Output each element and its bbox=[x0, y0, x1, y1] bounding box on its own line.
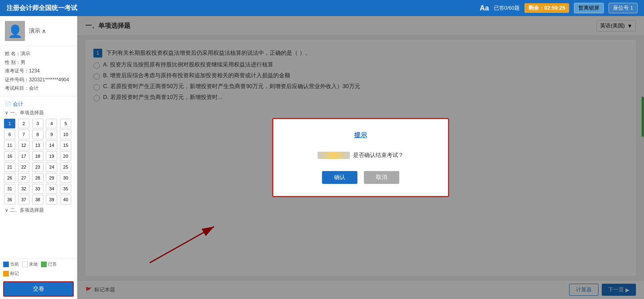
question-btn-12[interactable]: 12 bbox=[18, 140, 29, 150]
dialog-buttons: 确认 取消 bbox=[285, 171, 436, 184]
candidate-gender: 性 别：男 bbox=[5, 58, 72, 67]
answered-count: 已答0/60题 bbox=[494, 4, 520, 12]
question-btn-14[interactable]: 14 bbox=[46, 140, 57, 150]
question-btn-13[interactable]: 13 bbox=[32, 140, 43, 150]
dialog-title: 提示 bbox=[285, 131, 436, 140]
question-btn-18[interactable]: 18 bbox=[32, 151, 43, 161]
question-btn-16[interactable]: 16 bbox=[4, 151, 15, 161]
confirm-dialog: 提示 是否确认结束考试？ 确认 取消 bbox=[272, 118, 449, 197]
question-btn-1[interactable]: 1 bbox=[4, 119, 15, 128]
legend-answered: 已答 bbox=[41, 261, 57, 267]
question-btn-3[interactable]: 3 bbox=[32, 119, 43, 128]
content-area: 一、单项选择题 英语(美国) ▼ 1 下列有关长期股权投资权益法增资后仍采用权益… bbox=[77, 16, 644, 299]
timer-display: 剩余：02:59:25 bbox=[524, 3, 569, 13]
profile-section: 👤 演示 ∧ bbox=[0, 16, 77, 46]
legend-current-box bbox=[3, 262, 9, 267]
dialog-body: 是否确认结束考试？ bbox=[285, 152, 436, 159]
sidebar: 👤 演示 ∧ 姓 名：演示 性 别：男 准考证号：1234 证件号码：32032… bbox=[0, 16, 77, 299]
question-btn-35[interactable]: 35 bbox=[60, 184, 71, 194]
question-btn-30[interactable]: 30 bbox=[60, 173, 71, 183]
question-btn-10[interactable]: 10 bbox=[60, 130, 71, 139]
question-btn-21[interactable]: 21 bbox=[4, 162, 15, 172]
candidate-subject: 考试科目：会计 bbox=[5, 84, 72, 93]
submit-button[interactable]: 交卷 bbox=[3, 281, 74, 297]
question-btn-6[interactable]: 6 bbox=[4, 130, 15, 139]
legend-answered-box bbox=[41, 262, 47, 267]
candidate-name: 姓 名：演示 bbox=[5, 49, 72, 58]
avatar-icon: 👤 bbox=[8, 24, 23, 38]
question-btn-27[interactable]: 27 bbox=[18, 173, 29, 183]
confirm-button[interactable]: 确认 bbox=[322, 171, 357, 184]
question-btn-19[interactable]: 19 bbox=[46, 151, 57, 161]
candidate-id: 证件号码：320321*******4904 bbox=[5, 76, 72, 85]
main-container: 👤 演示 ∧ 姓 名：演示 性 别：男 准考证号：1234 证件号码：32032… bbox=[0, 16, 644, 299]
candidate-exam-id: 准考证号：1234 bbox=[5, 67, 72, 76]
question-btn-31[interactable]: 31 bbox=[4, 184, 15, 194]
question-btn-9[interactable]: 9 bbox=[46, 130, 57, 139]
question-btn-15[interactable]: 15 bbox=[60, 140, 71, 150]
legend-unanswered: 未做 bbox=[22, 261, 38, 267]
question-btn-24[interactable]: 24 bbox=[46, 162, 57, 172]
question-btn-11[interactable]: 11 bbox=[4, 140, 15, 150]
lock-screen-button[interactable]: 暂离锁屏 bbox=[574, 3, 604, 13]
profile-arrow-icon: ∧ bbox=[42, 28, 46, 34]
question-btn-8[interactable]: 8 bbox=[32, 130, 43, 139]
file-icon: 📄 bbox=[5, 101, 11, 107]
legend: 当前 未做 已答 标记 bbox=[0, 258, 77, 279]
question-btn-17[interactable]: 17 bbox=[18, 151, 29, 161]
legend-flagged: 标记 bbox=[3, 270, 19, 276]
question-btn-36[interactable]: 36 bbox=[4, 195, 15, 204]
question-grid-1: 1 2 3 4 5 6 7 8 9 10 11 12 13 14 15 16 1… bbox=[2, 117, 75, 206]
collapse-icon-2[interactable]: ∨ bbox=[5, 207, 8, 213]
question-navigator: 📄 会计 ∨ 一、单项选择题 1 2 3 4 5 6 7 8 9 10 11 1… bbox=[0, 97, 77, 258]
modal-overlay: 提示 是否确认结束考试？ 确认 取消 bbox=[77, 16, 644, 299]
candidate-info: 姓 名：演示 性 别：男 准考证号：1234 证件号码：320321******… bbox=[0, 46, 77, 97]
question-btn-2[interactable]: 2 bbox=[18, 119, 29, 128]
question-btn-33[interactable]: 33 bbox=[32, 184, 43, 194]
profile-name[interactable]: 演示 ∧ bbox=[29, 27, 46, 35]
question-btn-34[interactable]: 34 bbox=[46, 184, 57, 194]
avatar: 👤 bbox=[5, 21, 25, 41]
exam-title: 注册会计师全国统一考试 bbox=[6, 4, 77, 12]
legend-current: 当前 bbox=[3, 261, 19, 267]
question-btn-5[interactable]: 5 bbox=[60, 119, 71, 128]
question-btn-32[interactable]: 32 bbox=[18, 184, 29, 194]
section-label-1: ∨ 一、单项选择题 bbox=[2, 109, 75, 117]
blurred-name bbox=[318, 152, 350, 159]
section-label-2: ∨ 二、多项选择题 bbox=[2, 206, 75, 214]
question-btn-25[interactable]: 25 bbox=[60, 162, 71, 172]
subject-label: 📄 会计 bbox=[2, 100, 75, 109]
font-size-icon[interactable]: Aa bbox=[480, 4, 489, 12]
question-btn-39[interactable]: 39 bbox=[46, 195, 57, 204]
collapse-icon-1[interactable]: ∨ bbox=[5, 110, 8, 115]
seat-label: 座位号 1 bbox=[609, 3, 638, 13]
question-btn-7[interactable]: 7 bbox=[18, 130, 29, 139]
question-btn-37[interactable]: 37 bbox=[18, 195, 29, 204]
question-btn-20[interactable]: 20 bbox=[60, 151, 71, 161]
question-btn-38[interactable]: 38 bbox=[32, 195, 43, 204]
question-btn-29[interactable]: 29 bbox=[46, 173, 57, 183]
question-btn-28[interactable]: 28 bbox=[32, 173, 43, 183]
cancel-button[interactable]: 取消 bbox=[364, 171, 399, 184]
exam-header: 注册会计师全国统一考试 Aa 已答0/60题 剩余：02:59:25 暂离锁屏 … bbox=[0, 0, 644, 16]
question-btn-40[interactable]: 40 bbox=[60, 195, 71, 204]
header-controls: Aa 已答0/60题 剩余：02:59:25 暂离锁屏 座位号 1 bbox=[480, 3, 638, 13]
question-btn-22[interactable]: 22 bbox=[18, 162, 29, 172]
question-btn-23[interactable]: 23 bbox=[32, 162, 43, 172]
legend-flag-box bbox=[3, 271, 9, 276]
legend-unanswered-box bbox=[22, 262, 28, 267]
question-btn-4[interactable]: 4 bbox=[46, 119, 57, 128]
question-btn-26[interactable]: 26 bbox=[4, 173, 15, 183]
